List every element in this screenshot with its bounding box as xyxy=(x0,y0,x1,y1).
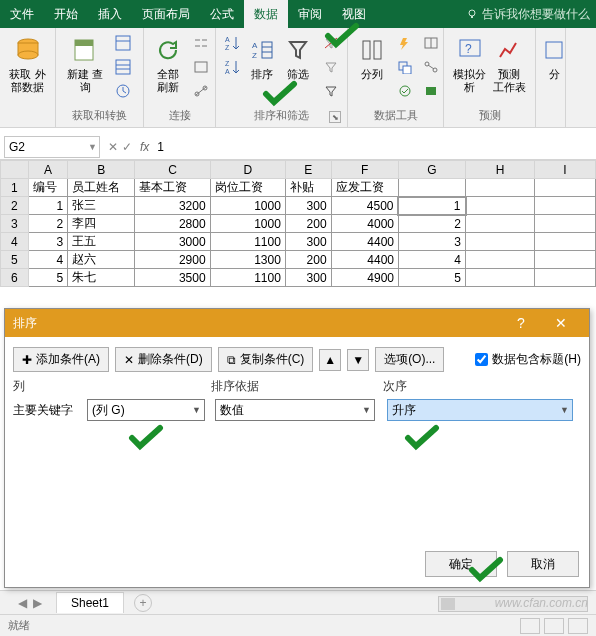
column-header[interactable]: I xyxy=(534,161,595,179)
column-header[interactable]: G xyxy=(398,161,465,179)
help-button[interactable]: ? xyxy=(501,315,541,331)
sort-desc-button[interactable]: ZA xyxy=(222,56,244,78)
formula-input[interactable] xyxy=(157,140,596,154)
column-header[interactable]: D xyxy=(210,161,285,179)
column-combo[interactable]: (列 G)▼ xyxy=(87,399,205,421)
column-header[interactable]: B xyxy=(68,161,135,179)
enter-formula-icon[interactable]: ✓ xyxy=(122,140,132,154)
column-header[interactable]: C xyxy=(135,161,210,179)
advanced-filter-button[interactable] xyxy=(320,80,342,102)
cell[interactable]: 1100 xyxy=(210,269,285,287)
tab-review[interactable]: 审阅 xyxy=(288,0,332,28)
get-external-data-button[interactable]: 获取 外部数据 xyxy=(6,32,49,96)
cell[interactable]: 基本工资 xyxy=(135,179,210,197)
cancel-formula-icon[interactable]: ✕ xyxy=(108,140,118,154)
page-layout-view-button[interactable] xyxy=(544,618,564,634)
cell[interactable]: 2900 xyxy=(135,251,210,269)
text-to-columns-button[interactable]: 分列 xyxy=(354,32,390,83)
page-break-view-button[interactable] xyxy=(568,618,588,634)
cell[interactable]: 赵六 xyxy=(68,251,135,269)
cell[interactable]: 5 xyxy=(28,269,68,287)
reapply-button[interactable] xyxy=(320,56,342,78)
filter-button[interactable]: 筛选 xyxy=(280,32,316,83)
show-queries-button[interactable] xyxy=(112,32,134,54)
chevron-down-icon[interactable]: ▼ xyxy=(88,142,97,152)
add-level-button[interactable]: ✚添加条件(A) xyxy=(13,347,109,372)
cell[interactable]: 4400 xyxy=(331,233,398,251)
refresh-all-button[interactable]: 全部刷新 xyxy=(150,32,186,96)
consolidate-button[interactable] xyxy=(420,32,442,54)
cell[interactable]: 4 xyxy=(398,251,465,269)
cell[interactable]: 1300 xyxy=(210,251,285,269)
fx-icon[interactable]: fx xyxy=(140,140,149,154)
cell[interactable]: 300 xyxy=(285,197,331,215)
sort-asc-button[interactable]: AZ xyxy=(222,32,244,54)
cell[interactable]: 4500 xyxy=(331,197,398,215)
add-sheet-button[interactable]: + xyxy=(134,594,152,612)
connections-button[interactable] xyxy=(190,32,212,54)
normal-view-button[interactable] xyxy=(520,618,540,634)
delete-level-button[interactable]: ✕删除条件(D) xyxy=(115,347,212,372)
column-header[interactable]: F xyxy=(331,161,398,179)
new-query-button[interactable]: 新建 查询 xyxy=(62,32,108,96)
tab-home[interactable]: 开始 xyxy=(44,0,88,28)
edit-links-button[interactable] xyxy=(190,80,212,102)
tab-page-layout[interactable]: 页面布局 xyxy=(132,0,200,28)
has-headers-checkbox[interactable]: 数据包含标题(H) xyxy=(475,351,581,368)
from-table-button[interactable] xyxy=(112,56,134,78)
properties-button[interactable] xyxy=(190,56,212,78)
relationships-button[interactable] xyxy=(420,56,442,78)
order-combo[interactable]: 升序▼ xyxy=(387,399,573,421)
cell[interactable]: 朱七 xyxy=(68,269,135,287)
flash-fill-button[interactable] xyxy=(394,32,416,54)
sort-button[interactable]: AZ 排序 xyxy=(244,32,280,83)
cell[interactable]: 1100 xyxy=(210,233,285,251)
cell[interactable]: 编号 xyxy=(28,179,68,197)
dialog-launcher-icon[interactable]: ⬊ xyxy=(329,111,341,123)
tab-file[interactable]: 文件 xyxy=(0,0,44,28)
column-header[interactable]: A xyxy=(28,161,68,179)
worksheet-grid[interactable]: ABCDEFGHI1编号员工姓名基本工资岗位工资补贴应发工资21张三320010… xyxy=(0,160,596,287)
whatif-analysis-button[interactable]: ? 模拟分析 xyxy=(450,32,490,96)
cell[interactable]: 2 xyxy=(28,215,68,233)
column-header[interactable]: H xyxy=(466,161,535,179)
ok-button[interactable]: 确定 xyxy=(425,551,497,577)
manage-data-model-button[interactable] xyxy=(420,80,442,102)
tab-formulas[interactable]: 公式 xyxy=(200,0,244,28)
remove-duplicates-button[interactable] xyxy=(394,56,416,78)
close-button[interactable]: ✕ xyxy=(541,315,581,331)
cell[interactable]: 300 xyxy=(285,233,331,251)
tab-data[interactable]: 数据 xyxy=(244,0,288,28)
sort-on-combo[interactable]: 数值▼ xyxy=(215,399,375,421)
clear-filter-button[interactable] xyxy=(320,32,342,54)
cell[interactable]: 3200 xyxy=(135,197,210,215)
row-header[interactable]: 4 xyxy=(1,233,29,251)
row-header[interactable]: 2 xyxy=(1,197,29,215)
tab-insert[interactable]: 插入 xyxy=(88,0,132,28)
next-sheet-icon[interactable]: ▶ xyxy=(33,596,42,610)
cell[interactable]: 张三 xyxy=(68,197,135,215)
cell[interactable]: 300 xyxy=(285,269,331,287)
cell[interactable]: 2 xyxy=(398,215,465,233)
sheet-tab[interactable]: Sheet1 xyxy=(56,592,124,613)
cell[interactable]: 200 xyxy=(285,251,331,269)
cell[interactable]: 李四 xyxy=(68,215,135,233)
cell[interactable]: 5 xyxy=(398,269,465,287)
recent-sources-button[interactable] xyxy=(112,80,134,102)
cell[interactable]: 1 xyxy=(28,197,68,215)
cell[interactable]: 应发工资 xyxy=(331,179,398,197)
cell[interactable]: 4400 xyxy=(331,251,398,269)
cell[interactable]: 3 xyxy=(398,233,465,251)
cancel-button[interactable]: 取消 xyxy=(507,551,579,577)
cell[interactable]: 200 xyxy=(285,215,331,233)
row-header[interactable]: 3 xyxy=(1,215,29,233)
data-validation-button[interactable] xyxy=(394,80,416,102)
cell[interactable]: 3500 xyxy=(135,269,210,287)
row-header[interactable]: 6 xyxy=(1,269,29,287)
cell[interactable]: 员工姓名 xyxy=(68,179,135,197)
cell[interactable]: 4000 xyxy=(331,215,398,233)
name-box[interactable]: G2▼ xyxy=(4,136,100,158)
tab-view[interactable]: 视图 xyxy=(332,0,376,28)
tell-me[interactable]: 告诉我你想要做什么 xyxy=(466,6,596,23)
prev-sheet-icon[interactable]: ◀ xyxy=(18,596,27,610)
